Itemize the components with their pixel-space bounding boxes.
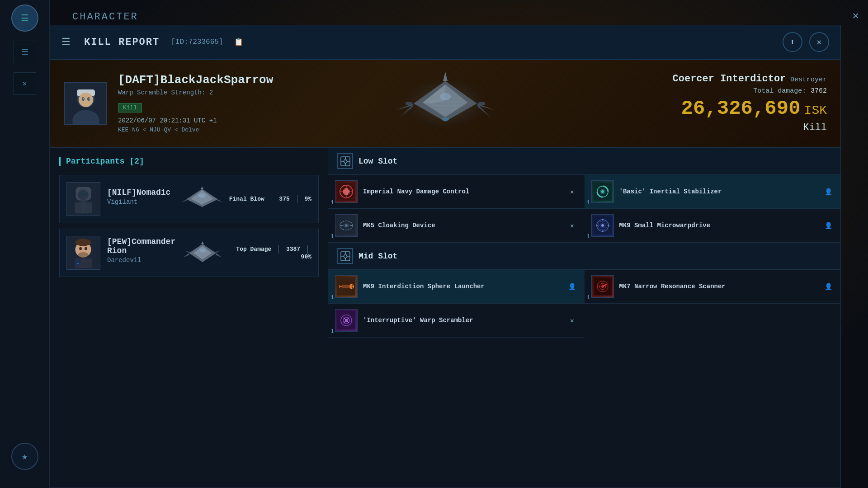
equip-name-5: MK9 Interdiction Sphere Launcher xyxy=(363,282,561,291)
participant-2-name: [PEW]Commander Rion xyxy=(107,237,175,255)
equip-action-5[interactable]: 👤 xyxy=(567,281,578,292)
export-icon: ⬆ xyxy=(790,37,795,47)
svg-rect-95 xyxy=(342,285,351,288)
pilot-name: [DAFT]BlackJackSparrow xyxy=(118,73,273,87)
header-actions: ⬆ ✕ xyxy=(783,32,829,52)
participant-card-2[interactable]: ★ [PEW]Commander Rion Daredevil xyxy=(59,229,319,277)
equip-name-7: 'Interruptive' Warp Scrambler xyxy=(363,316,561,324)
equip-name-6: MK7 Narrow Resonance Scanner xyxy=(619,282,818,291)
damage-control-icon xyxy=(337,183,355,201)
close-double-icon: ✕ xyxy=(23,79,27,88)
warp-scrambler-icon xyxy=(337,311,355,329)
kill-stats: Coercer Interdictor Destroyer Total dama… xyxy=(673,73,827,133)
svg-point-18 xyxy=(442,117,449,121)
svg-point-76 xyxy=(345,224,348,227)
equip-icon-5 xyxy=(335,275,358,298)
svg-point-43 xyxy=(78,252,88,258)
mid-slot-icon xyxy=(337,248,353,264)
ship-svg xyxy=(387,67,504,140)
participant-avatar-1 xyxy=(66,182,100,216)
bottom-section: Participants [2] xyxy=(50,148,840,479)
kill-badge: Kill xyxy=(118,103,142,113)
avatar-image xyxy=(65,83,107,125)
svg-marker-49 xyxy=(183,253,189,258)
ship-class: Destroyer xyxy=(790,76,827,84)
participant-1-avatar-image xyxy=(67,182,100,216)
equip-name-4: MK9 Small Microwarpdrive xyxy=(619,221,818,230)
sidebar-star-button[interactable]: ★ xyxy=(11,443,38,470)
svg-marker-34 xyxy=(182,199,187,202)
ship-image xyxy=(382,65,509,142)
equip-icon-3 xyxy=(335,214,358,237)
divider3 xyxy=(278,245,279,253)
app-close-button[interactable]: ✕ xyxy=(853,9,859,22)
equip-action-7[interactable]: ✕ xyxy=(567,315,578,326)
equip-qty-4: 1 xyxy=(587,233,590,240)
sidebar-menu-button[interactable]: ☰ xyxy=(11,5,38,32)
participant-2-ship-image xyxy=(182,239,223,267)
equip-icon-2 xyxy=(591,180,614,203)
svg-point-42 xyxy=(85,247,87,250)
low-slot-label: Low Slot xyxy=(359,157,397,166)
total-damage-value: 3762 xyxy=(811,87,827,95)
scanner-icon xyxy=(594,277,612,296)
svg-text:★: ★ xyxy=(77,262,79,265)
microwarpdrive-icon xyxy=(594,216,612,235)
svg-marker-89 xyxy=(344,253,347,259)
svg-point-86 xyxy=(608,225,609,226)
equip-icon-1 xyxy=(335,180,358,203)
equipment-item-mid-1[interactable]: 1 xyxy=(328,270,585,304)
svg-point-36 xyxy=(198,193,206,198)
mid-slot-svg-icon xyxy=(339,250,352,263)
svg-marker-51 xyxy=(184,250,190,253)
equip-icon-6 xyxy=(591,275,614,298)
equipment-item-low-2[interactable]: 1 'Basic' Inertial Stabilizer xyxy=(585,175,841,209)
copy-icon[interactable]: 📋 xyxy=(234,38,243,47)
kill-info-section: [DAFT]BlackJackSparrow Warp Scramble Str… xyxy=(50,60,840,148)
svg-point-8 xyxy=(83,98,84,99)
svg-marker-37 xyxy=(201,187,203,189)
svg-point-41 xyxy=(79,247,82,250)
participant-avatar-2: ★ xyxy=(66,236,100,270)
participants-section-title: Participants [2] xyxy=(59,157,319,166)
sidebar-nav-icon[interactable]: ☰ xyxy=(14,41,36,63)
equipment-item-low-4[interactable]: 1 xyxy=(585,209,841,243)
equip-action-2[interactable]: 👤 xyxy=(823,186,834,197)
participant-2-avatar-image: ★ xyxy=(67,236,100,270)
mid-slot-grid: 1 xyxy=(328,270,840,338)
svg-point-72 xyxy=(601,190,604,193)
header-menu-button[interactable]: ☰ xyxy=(61,36,75,48)
equipment-item-mid-3[interactable]: 1 xyxy=(328,304,585,338)
participant-1-stats: Final Blow 375 9% xyxy=(229,195,311,203)
svg-rect-22 xyxy=(406,102,412,105)
sidebar-close-icon[interactable]: ✕ xyxy=(14,72,36,95)
svg-point-98 xyxy=(351,286,353,287)
svg-marker-52 xyxy=(215,250,221,253)
svg-marker-57 xyxy=(344,159,347,164)
equip-action-1[interactable]: ✕ xyxy=(567,186,578,197)
equip-action-6[interactable]: 👤 xyxy=(823,281,834,292)
svg-marker-21 xyxy=(443,72,448,81)
character-label: CHARACTER xyxy=(72,11,138,23)
equip-action-4[interactable]: 👤 xyxy=(823,220,834,231)
svg-rect-68 xyxy=(343,190,349,193)
kill-timestamp: 2022/06/07 20:21:31 UTC +1 xyxy=(118,117,273,124)
pilot-info: [DAFT]BlackJackSparrow Warp Scramble Str… xyxy=(118,73,273,133)
equipment-item-low-1[interactable]: 1 Imperial Navy Damage xyxy=(328,175,585,209)
participant-card[interactable]: [NILF]Nomadic Vigilant Final Blow xyxy=(59,175,319,223)
low-slot-grid: 1 Imperial Navy Damage xyxy=(328,175,840,243)
svg-marker-54 xyxy=(201,241,204,244)
pilot-avatar xyxy=(64,82,107,125)
participant-1-ship: Vigilant xyxy=(107,198,175,206)
equipment-item-low-3[interactable]: 1 MK5 Cloaking Device xyxy=(328,209,585,243)
svg-point-87 xyxy=(601,224,604,227)
equipment-item-mid-2[interactable]: 1 xyxy=(585,270,841,304)
low-slot-svg-icon xyxy=(339,155,352,168)
close-button[interactable]: ✕ xyxy=(809,32,829,52)
equip-action-3[interactable]: ✕ xyxy=(567,220,578,231)
low-slot-header: Low Slot xyxy=(328,148,840,175)
divider xyxy=(272,195,272,203)
star-icon: ★ xyxy=(22,450,28,463)
export-button[interactable]: ⬆ xyxy=(783,32,802,52)
cloaking-device-icon xyxy=(337,216,355,235)
